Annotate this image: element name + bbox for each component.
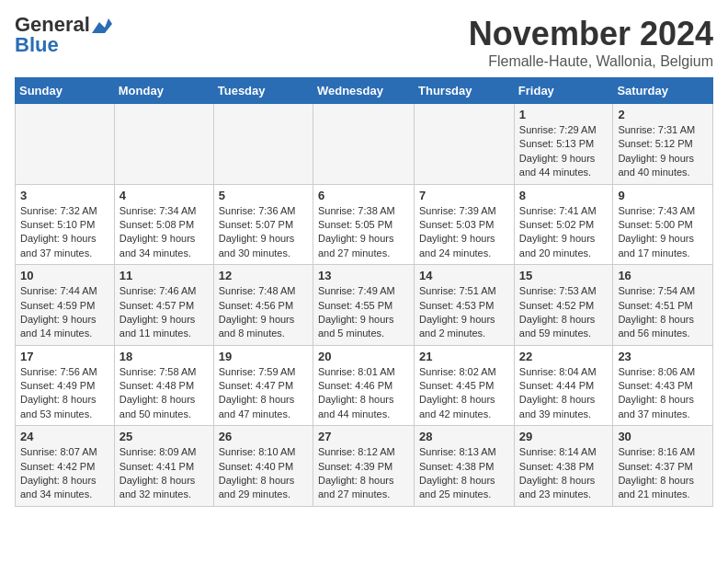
day-number: 12 (219, 269, 308, 282)
calendar-cell-w3-d6: 23Sunrise: 8:06 AM Sunset: 4:43 PM Dayli… (613, 345, 713, 426)
col-header-monday: Monday (114, 78, 213, 104)
day-number: 21 (419, 350, 509, 363)
logo-general-text: General (15, 15, 90, 35)
day-number: 13 (318, 269, 409, 282)
day-number: 9 (618, 189, 708, 202)
day-info: Sunrise: 7:53 AM Sunset: 4:52 PM Dayligh… (519, 284, 609, 341)
day-info: Sunrise: 8:16 AM Sunset: 4:37 PM Dayligh… (618, 445, 708, 502)
calendar-cell-w0-d5: 1Sunrise: 7:29 AM Sunset: 5:13 PM Daylig… (514, 104, 613, 185)
calendar-cell-w4-d3: 27Sunrise: 8:12 AM Sunset: 4:39 PM Dayli… (313, 426, 414, 507)
calendar-cell-w4-d0: 24Sunrise: 8:07 AM Sunset: 4:42 PM Dayli… (16, 426, 115, 507)
calendar-cell-w3-d0: 17Sunrise: 7:56 AM Sunset: 4:49 PM Dayli… (16, 345, 115, 426)
day-info: Sunrise: 7:31 AM Sunset: 5:12 PM Dayligh… (618, 123, 708, 180)
day-number: 7 (419, 189, 509, 202)
calendar-cell-w3-d3: 20Sunrise: 8:01 AM Sunset: 4:46 PM Dayli… (313, 345, 414, 426)
calendar-cell-w1-d4: 7Sunrise: 7:39 AM Sunset: 5:03 PM Daylig… (415, 184, 515, 265)
day-info: Sunrise: 8:10 AM Sunset: 4:40 PM Dayligh… (219, 445, 308, 502)
day-number: 22 (519, 350, 609, 363)
calendar-cell-w2-d0: 10Sunrise: 7:44 AM Sunset: 4:59 PM Dayli… (16, 265, 115, 346)
header: General Blue November 2024 Flemalle-Haut… (15, 15, 713, 70)
calendar-cell-w4-d2: 26Sunrise: 8:10 AM Sunset: 4:40 PM Dayli… (213, 426, 313, 507)
calendar-cell-w1-d2: 5Sunrise: 7:36 AM Sunset: 5:07 PM Daylig… (213, 184, 313, 265)
calendar-cell-w2-d5: 15Sunrise: 7:53 AM Sunset: 4:52 PM Dayli… (514, 265, 613, 346)
calendar-cell-w1-d0: 3Sunrise: 7:32 AM Sunset: 5:10 PM Daylig… (16, 184, 115, 265)
day-number: 8 (519, 189, 609, 202)
day-info: Sunrise: 7:56 AM Sunset: 4:49 PM Dayligh… (20, 365, 109, 422)
day-info: Sunrise: 7:59 AM Sunset: 4:47 PM Dayligh… (219, 365, 308, 422)
day-number: 28 (419, 430, 509, 443)
day-number: 4 (119, 189, 209, 202)
day-info: Sunrise: 7:43 AM Sunset: 5:00 PM Dayligh… (618, 204, 708, 261)
calendar-cell-w0-d6: 2Sunrise: 7:31 AM Sunset: 5:12 PM Daylig… (613, 104, 713, 185)
calendar-cell-w2-d4: 14Sunrise: 7:51 AM Sunset: 4:53 PM Dayli… (415, 265, 515, 346)
col-header-sunday: Sunday (16, 78, 115, 104)
col-header-tuesday: Tuesday (213, 78, 313, 104)
day-number: 30 (618, 430, 708, 443)
calendar-cell-w4-d6: 30Sunrise: 8:16 AM Sunset: 4:37 PM Dayli… (613, 426, 713, 507)
day-number: 19 (219, 350, 308, 363)
day-number: 24 (20, 430, 109, 443)
calendar-cell-w3-d1: 18Sunrise: 7:58 AM Sunset: 4:48 PM Dayli… (114, 345, 213, 426)
calendar-cell-w0-d4 (415, 104, 515, 185)
day-number: 15 (519, 269, 609, 282)
day-number: 6 (318, 189, 409, 202)
location-subtitle: Flemalle-Haute, Wallonia, Belgium (469, 53, 713, 70)
day-info: Sunrise: 7:51 AM Sunset: 4:53 PM Dayligh… (419, 284, 509, 341)
day-number: 18 (119, 350, 209, 363)
day-info: Sunrise: 8:02 AM Sunset: 4:45 PM Dayligh… (419, 365, 509, 422)
calendar-cell-w4-d4: 28Sunrise: 8:13 AM Sunset: 4:38 PM Dayli… (415, 426, 515, 507)
calendar-cell-w0-d1 (114, 104, 213, 185)
calendar-cell-w2-d1: 11Sunrise: 7:46 AM Sunset: 4:57 PM Dayli… (114, 265, 213, 346)
day-info: Sunrise: 8:13 AM Sunset: 4:38 PM Dayligh… (419, 445, 509, 502)
col-header-saturday: Saturday (613, 78, 713, 104)
calendar-cell-w4-d1: 25Sunrise: 8:09 AM Sunset: 4:41 PM Dayli… (114, 426, 213, 507)
day-number: 3 (20, 189, 109, 202)
calendar-cell-w1-d3: 6Sunrise: 7:38 AM Sunset: 5:05 PM Daylig… (313, 184, 414, 265)
day-number: 29 (519, 430, 609, 443)
day-number: 1 (519, 108, 609, 121)
calendar-cell-w4-d5: 29Sunrise: 8:14 AM Sunset: 4:38 PM Dayli… (514, 426, 613, 507)
svg-marker-0 (92, 18, 112, 33)
day-info: Sunrise: 8:09 AM Sunset: 4:41 PM Dayligh… (119, 445, 209, 502)
day-number: 26 (219, 430, 308, 443)
col-header-wednesday: Wednesday (313, 78, 414, 104)
calendar-cell-w2-d2: 12Sunrise: 7:48 AM Sunset: 4:56 PM Dayli… (213, 265, 313, 346)
title-area: November 2024 Flemalle-Haute, Wallonia, … (469, 15, 713, 70)
day-info: Sunrise: 8:04 AM Sunset: 4:44 PM Dayligh… (519, 365, 609, 422)
day-number: 16 (618, 269, 708, 282)
calendar-cell-w3-d5: 22Sunrise: 8:04 AM Sunset: 4:44 PM Dayli… (514, 345, 613, 426)
day-info: Sunrise: 8:01 AM Sunset: 4:46 PM Dayligh… (318, 365, 409, 422)
day-info: Sunrise: 7:32 AM Sunset: 5:10 PM Dayligh… (20, 204, 109, 261)
month-title: November 2024 (469, 15, 713, 53)
day-info: Sunrise: 7:44 AM Sunset: 4:59 PM Dayligh… (20, 284, 109, 341)
col-header-friday: Friday (514, 78, 613, 104)
day-info: Sunrise: 7:36 AM Sunset: 5:07 PM Dayligh… (219, 204, 308, 261)
calendar-table: SundayMondayTuesdayWednesdayThursdayFrid… (15, 77, 713, 507)
day-info: Sunrise: 8:07 AM Sunset: 4:42 PM Dayligh… (20, 445, 109, 502)
day-number: 11 (119, 269, 209, 282)
calendar-cell-w2-d3: 13Sunrise: 7:49 AM Sunset: 4:55 PM Dayli… (313, 265, 414, 346)
day-number: 17 (20, 350, 109, 363)
day-info: Sunrise: 8:12 AM Sunset: 4:39 PM Dayligh… (318, 445, 409, 502)
day-number: 5 (219, 189, 308, 202)
calendar-cell-w3-d2: 19Sunrise: 7:59 AM Sunset: 4:47 PM Dayli… (213, 345, 313, 426)
day-info: Sunrise: 7:29 AM Sunset: 5:13 PM Dayligh… (519, 123, 609, 180)
day-info: Sunrise: 7:48 AM Sunset: 4:56 PM Dayligh… (219, 284, 308, 341)
day-number: 20 (318, 350, 409, 363)
calendar-cell-w0-d0 (16, 104, 115, 185)
day-info: Sunrise: 7:34 AM Sunset: 5:08 PM Dayligh… (119, 204, 209, 261)
day-number: 14 (419, 269, 509, 282)
calendar-cell-w0-d2 (213, 104, 313, 185)
day-info: Sunrise: 8:06 AM Sunset: 4:43 PM Dayligh… (618, 365, 708, 422)
logo-bird-icon (92, 17, 112, 33)
day-info: Sunrise: 7:54 AM Sunset: 4:51 PM Dayligh… (618, 284, 708, 341)
col-header-thursday: Thursday (415, 78, 515, 104)
day-info: Sunrise: 7:58 AM Sunset: 4:48 PM Dayligh… (119, 365, 209, 422)
day-info: Sunrise: 7:38 AM Sunset: 5:05 PM Dayligh… (318, 204, 409, 261)
day-info: Sunrise: 8:14 AM Sunset: 4:38 PM Dayligh… (519, 445, 609, 502)
calendar-cell-w3-d4: 21Sunrise: 8:02 AM Sunset: 4:45 PM Dayli… (415, 345, 515, 426)
calendar-cell-w2-d6: 16Sunrise: 7:54 AM Sunset: 4:51 PM Dayli… (613, 265, 713, 346)
day-number: 23 (618, 350, 708, 363)
day-info: Sunrise: 7:39 AM Sunset: 5:03 PM Dayligh… (419, 204, 509, 261)
day-info: Sunrise: 7:41 AM Sunset: 5:02 PM Dayligh… (519, 204, 609, 261)
